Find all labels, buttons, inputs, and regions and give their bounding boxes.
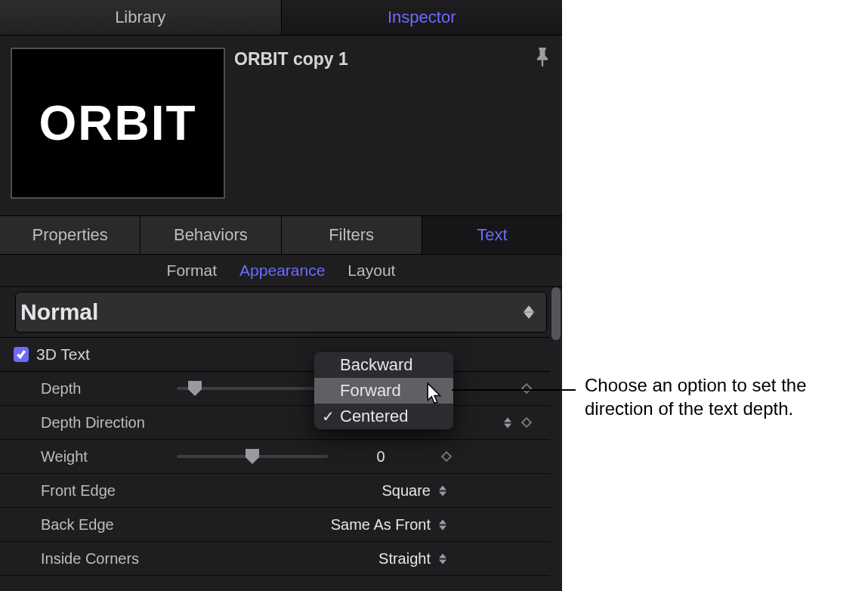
object-name: ORBIT copy 1 xyxy=(234,48,524,70)
section-3d-text[interactable]: 3D Text xyxy=(0,338,550,372)
text-style-value: Normal xyxy=(20,299,98,325)
slider-weight[interactable] xyxy=(177,448,328,465)
tab-text[interactable]: Text xyxy=(422,216,562,254)
value-inside-corners[interactable]: Straight xyxy=(177,550,434,568)
value-front-edge[interactable]: Square xyxy=(177,482,434,500)
scrollbar[interactable] xyxy=(550,287,562,591)
popup-arrows-icon xyxy=(437,485,449,497)
preview-thumbnail-text: ORBIT xyxy=(39,95,196,151)
scrollbar-thumb[interactable] xyxy=(551,287,561,340)
slider-depth[interactable] xyxy=(177,380,328,397)
preview-thumbnail: ORBIT xyxy=(11,48,225,199)
label-depth: Depth xyxy=(41,380,177,398)
callout-line xyxy=(452,389,576,391)
checkbox-3d-text[interactable] xyxy=(14,347,29,362)
label-inside-corners: Inside Corners xyxy=(41,550,177,568)
row-depth-direction: Depth Direction xyxy=(0,406,550,440)
keyframe-weight[interactable] xyxy=(434,451,459,462)
tab-behaviors[interactable]: Behaviors xyxy=(141,216,281,254)
inspector-body: Normal 3D Text Depth xyxy=(0,287,562,591)
value-weight[interactable]: 0 xyxy=(328,448,434,466)
text-sub-tab-bar: Format Appearance Layout xyxy=(0,255,562,287)
popup-item-label: Centered xyxy=(340,407,409,426)
row-inside-corners: Inside Corners Straight xyxy=(0,542,550,576)
popup-arrows-icon xyxy=(437,519,449,531)
tab-properties[interactable]: Properties xyxy=(0,216,141,254)
tab-filters[interactable]: Filters xyxy=(282,216,422,254)
label-front-edge: Front Edge xyxy=(41,482,177,500)
row-back-edge: Back Edge Same As Front xyxy=(0,508,550,542)
callout-text: Choose an option to set the direction of… xyxy=(585,373,857,420)
popup-item-label: Backward xyxy=(340,355,413,375)
parameter-list: Normal 3D Text Depth xyxy=(0,287,550,591)
popup-item-centered[interactable]: ✓Centered xyxy=(314,404,453,429)
secondary-tab-bar: Properties Behaviors Filters Text xyxy=(0,215,562,255)
tab-library[interactable]: Library xyxy=(0,0,282,35)
label-depth-direction: Depth Direction xyxy=(41,414,177,432)
check-icon: ✓ xyxy=(322,407,335,425)
sub-tab-format[interactable]: Format xyxy=(167,261,218,280)
label-back-edge: Back Edge xyxy=(41,516,177,534)
keyframe-depth-direction[interactable] xyxy=(514,417,539,428)
keyframe-depth[interactable] xyxy=(514,383,539,394)
value-back-edge[interactable]: Same As Front xyxy=(177,516,434,534)
tab-inspector[interactable]: Inspector xyxy=(282,0,563,35)
pin-icon xyxy=(535,48,550,67)
inspector-panel: Library Inspector ORBIT ORBIT copy 1 Pro… xyxy=(0,0,562,591)
section-3d-text-label: 3D Text xyxy=(36,345,90,364)
text-style-popup[interactable]: Normal xyxy=(15,292,547,333)
sub-tab-layout[interactable]: Layout xyxy=(348,261,395,280)
label-weight: Weight xyxy=(41,448,177,466)
depth-direction-popup[interactable]: BackwardForward✓Centered xyxy=(314,352,453,429)
sub-tab-appearance[interactable]: Appearance xyxy=(239,261,325,280)
row-front-edge: Front Edge Square xyxy=(0,474,550,508)
popup-item-forward[interactable]: Forward xyxy=(314,378,453,404)
popup-item-label: Forward xyxy=(340,381,401,401)
row-weight: Weight 0 xyxy=(0,440,550,474)
popup-arrows-icon xyxy=(437,553,449,565)
preview-block: ORBIT ORBIT copy 1 xyxy=(0,36,562,215)
pin-button[interactable] xyxy=(533,48,551,72)
text-style-row: Normal xyxy=(0,287,550,338)
popup-arrows-icon xyxy=(502,417,514,429)
sort-arrows-icon xyxy=(522,305,536,319)
top-tab-bar: Library Inspector xyxy=(0,0,562,36)
popup-item-backward[interactable]: Backward xyxy=(314,352,453,378)
